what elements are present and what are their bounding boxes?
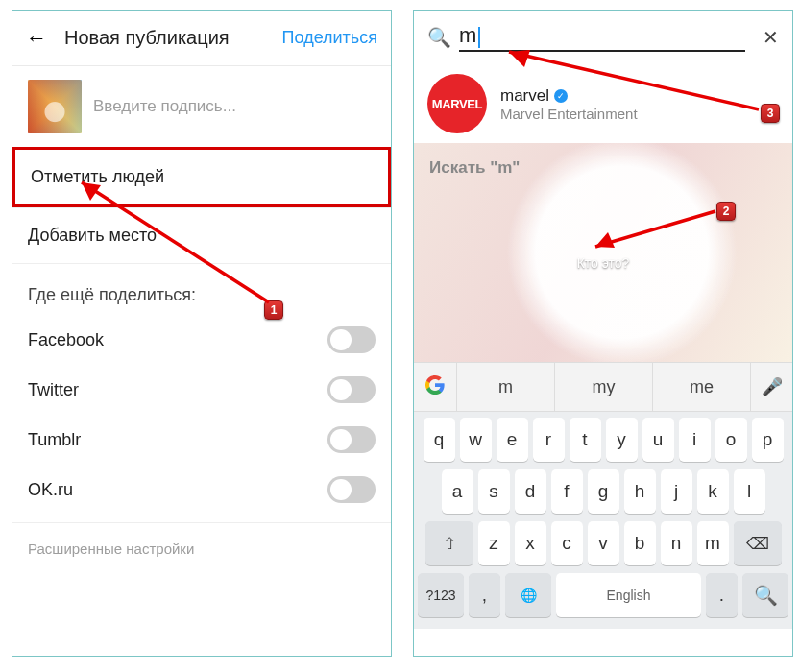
tag-image-area[interactable]: Искать "m" Кто это? — [414, 143, 792, 362]
search-bar: 🔍 m ✕ — [414, 11, 792, 64]
share-section-label: Где ещё поделиться: — [12, 263, 391, 315]
key-z[interactable]: z — [478, 521, 510, 565]
tag-people-row[interactable]: Отметить людей — [12, 147, 391, 207]
caption-row: Введите подпись... — [12, 66, 391, 147]
advanced-settings[interactable]: Расширенные настройки — [12, 522, 391, 574]
suggestion-row: m my me 🎤 — [414, 362, 792, 412]
key-j[interactable]: j — [661, 469, 692, 514]
share-twitter: Twitter — [12, 365, 391, 415]
search-icon: 🔍 — [427, 26, 451, 49]
key-k[interactable]: k — [697, 469, 729, 514]
back-arrow-icon[interactable]: ← — [26, 26, 47, 51]
key-m[interactable]: m — [697, 521, 729, 565]
callout-3: 3 — [761, 104, 780, 123]
share-label: Twitter — [28, 380, 79, 400]
result-info: marvel ✓ Marvel Entertainment — [500, 86, 638, 122]
key-i[interactable]: i — [679, 418, 711, 462]
key-x[interactable]: x — [515, 521, 546, 565]
header-title: Новая публикация — [64, 27, 282, 49]
add-location-row[interactable]: Добавить место — [12, 207, 391, 263]
left-phone: ← Новая публикация Поделиться Введите по… — [12, 10, 392, 657]
key-r[interactable]: r — [533, 418, 565, 462]
share-label: Tumblr — [28, 430, 81, 450]
key-b[interactable]: b — [624, 521, 656, 565]
key-t[interactable]: t — [570, 418, 601, 462]
key-n[interactable]: n — [661, 521, 692, 565]
share-label: OK.ru — [28, 480, 73, 500]
result-avatar: MARVEL — [427, 74, 487, 133]
key-o[interactable]: o — [715, 418, 747, 462]
key-e[interactable]: e — [497, 418, 528, 462]
key-a[interactable]: a — [442, 469, 473, 514]
share-facebook: Facebook — [12, 315, 391, 365]
search-result-row[interactable]: MARVEL marvel ✓ Marvel Entertainment — [414, 64, 792, 143]
keyboard: qwertyuiop asdfghjkl ⇧zxcvbnm⌫ ?123 , 🌐 … — [414, 412, 792, 629]
share-label: Facebook — [28, 330, 104, 350]
key-space[interactable]: English — [556, 573, 701, 617]
key-q[interactable]: q — [424, 418, 455, 462]
clear-search-icon[interactable]: ✕ — [763, 26, 779, 49]
key-h[interactable]: h — [624, 469, 656, 514]
post-thumbnail[interactable] — [28, 80, 82, 133]
result-username: marvel — [500, 86, 549, 106]
key-u[interactable]: u — [642, 418, 674, 462]
key-s[interactable]: s — [478, 469, 510, 514]
share-tumblr: Tumblr — [12, 415, 391, 465]
key-globe[interactable]: 🌐 — [505, 573, 551, 617]
key-g[interactable]: g — [588, 469, 619, 514]
key-shift[interactable]: ⇧ — [425, 521, 473, 565]
key-backspace[interactable]: ⌫ — [734, 521, 782, 565]
search-query: m — [459, 23, 476, 48]
key-v[interactable]: v — [588, 521, 619, 565]
result-fullname: Marvel Entertainment — [500, 106, 638, 122]
key-dot[interactable]: . — [706, 573, 738, 617]
suggestion-3[interactable]: me — [652, 363, 750, 411]
key-l[interactable]: l — [734, 469, 765, 514]
left-header: ← Новая публикация Поделиться — [12, 11, 391, 66]
toggle-twitter[interactable] — [327, 376, 376, 403]
callout-2: 2 — [716, 202, 736, 221]
key-symbols[interactable]: ?123 — [418, 573, 464, 617]
toggle-okru[interactable] — [327, 476, 376, 503]
key-w[interactable]: w — [460, 418, 492, 462]
share-okru: OK.ru — [12, 465, 391, 515]
key-p[interactable]: p — [752, 418, 784, 462]
key-f[interactable]: f — [551, 469, 583, 514]
mic-icon[interactable]: 🎤 — [750, 363, 792, 411]
key-d[interactable]: d — [515, 469, 546, 514]
callout-1: 1 — [264, 300, 283, 320]
key-comma[interactable]: , — [469, 573, 500, 617]
key-c[interactable]: c — [551, 521, 583, 565]
key-search[interactable]: 🔍 — [742, 573, 788, 617]
verified-badge-icon: ✓ — [554, 89, 568, 103]
text-cursor — [478, 27, 480, 48]
suggestion-1[interactable]: m — [456, 363, 554, 411]
right-phone: 🔍 m ✕ MARVEL marvel ✓ Marvel Entertainme… — [413, 10, 793, 657]
toggle-tumblr[interactable] — [327, 426, 376, 453]
who-is-this-label: Кто это? — [577, 255, 630, 271]
caption-input[interactable]: Введите подпись... — [93, 97, 236, 116]
google-icon[interactable] — [414, 374, 456, 399]
toggle-facebook[interactable] — [327, 326, 376, 353]
suggestion-2[interactable]: my — [554, 363, 652, 411]
share-button[interactable]: Поделиться — [282, 28, 377, 48]
search-hint: Искать "m" — [429, 158, 520, 178]
search-input[interactable]: m — [459, 23, 745, 52]
key-y[interactable]: y — [606, 418, 638, 462]
